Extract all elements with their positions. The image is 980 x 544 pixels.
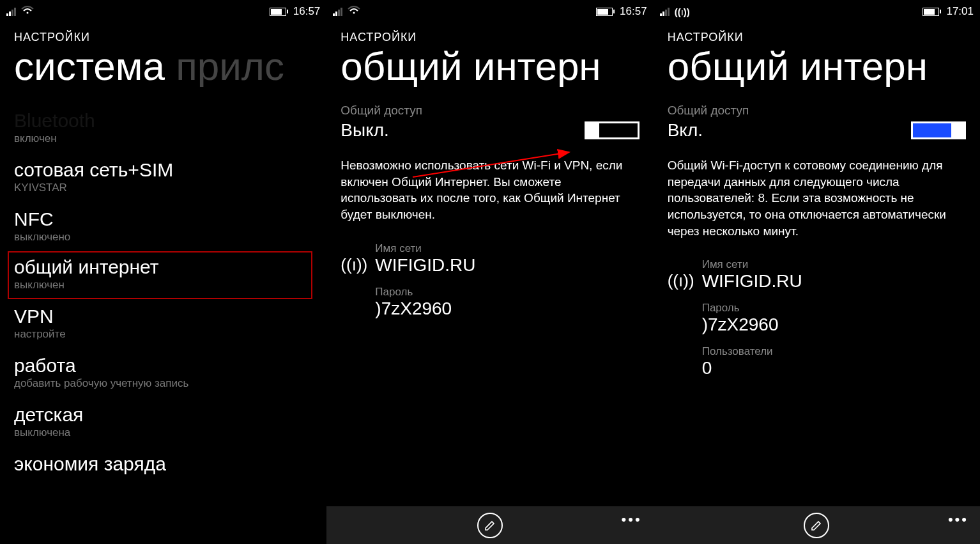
list-item-cellular-sim[interactable]: сотовая сеть+SIM KYIVSTAR [14,153,312,202]
network-name-label: Имя сети [375,242,475,255]
section-label: НАСТРОЙКИ [341,31,639,44]
broadcast-icon: ((ı)) [341,242,364,329]
info-text: Общий Wi-Fi-доступ к сотовому соединению… [668,157,966,239]
password-value: )7zX2960 [375,299,475,319]
battery-icon [270,8,288,16]
wifi-icon [348,5,360,18]
users-count: 0 [702,358,802,378]
edit-button[interactable] [804,513,829,538]
password-label: Пароль [375,286,475,299]
screen-settings-system: 16:57 НАСТРОЙКИ система прилс Bluetooth … [0,0,326,544]
cellular-signal-icon [6,8,16,16]
network-name-value: WIFIGID.RU [702,271,802,291]
edit-button[interactable] [477,513,503,538]
status-bar: ((ı)) 17:01 [654,0,980,19]
users-label: Пользователи [702,345,802,358]
hotspot-icon: ((ı)) [675,6,690,17]
sharing-state: Вкл. [668,120,703,141]
status-bar: 16:57 [326,0,653,19]
more-button[interactable]: ••• [622,511,642,528]
clock: 16:57 [293,5,321,18]
screen-internet-sharing-on: ((ı)) 17:01 НАСТРОЙКИ общий интерн Общий… [654,0,980,544]
clock: 17:01 [946,5,974,18]
svg-point-0 [27,12,29,14]
section-label: НАСТРОЙКИ [668,31,966,44]
info-text: Невозможно использовать сети Wi-Fi и VPN… [341,157,639,223]
clock: 16:57 [620,5,647,18]
cellular-signal-icon [660,8,670,16]
sharing-label: Общий доступ [668,104,966,118]
list-item-battery-saver[interactable]: экономия заряда [14,447,312,482]
app-bar: ••• [654,506,980,544]
list-item-internet-sharing[interactable]: общий интернет выключен [8,251,312,299]
password-label: Пароль [702,302,802,315]
network-info[interactable]: ((ı)) Имя сети WIFIGID.RU Пароль )7zX296… [668,258,966,389]
list-item-bluetooth[interactable]: Bluetooth включен [14,104,312,153]
broadcast-icon: ((ı)) [668,258,691,389]
page-title[interactable]: система прилс [14,45,312,87]
more-button[interactable]: ••• [948,511,969,528]
sharing-toggle[interactable] [911,121,966,139]
network-name-value: WIFIGID.RU [375,255,475,276]
status-bar: 16:57 [0,0,326,19]
page-title: общий интерн [341,45,639,87]
battery-icon [596,8,615,16]
wifi-icon [21,5,34,18]
cellular-signal-icon [333,8,342,16]
list-item-kids-corner[interactable]: детская выключена [14,398,312,447]
page-title: общий интерн [668,45,966,87]
list-item-vpn[interactable]: VPN настройте [14,299,312,348]
battery-icon [923,8,941,16]
svg-point-1 [353,12,355,14]
section-label: НАСТРОЙКИ [14,31,312,44]
sharing-label: Общий доступ [341,104,639,118]
screen-internet-sharing-off: 16:57 НАСТРОЙКИ общий интерн Общий досту… [326,0,653,544]
password-value: )7zX2960 [702,315,802,335]
app-bar: ••• [326,506,653,544]
sharing-state: Выкл. [341,120,388,141]
list-item-workplace[interactable]: работа добавить рабочую учетную запись [14,348,312,398]
sharing-toggle[interactable] [585,121,639,139]
network-name-label: Имя сети [702,258,802,271]
network-info[interactable]: ((ı)) Имя сети WIFIGID.RU Пароль )7zX296… [341,242,639,329]
list-item-nfc[interactable]: NFC выключено [14,202,312,251]
